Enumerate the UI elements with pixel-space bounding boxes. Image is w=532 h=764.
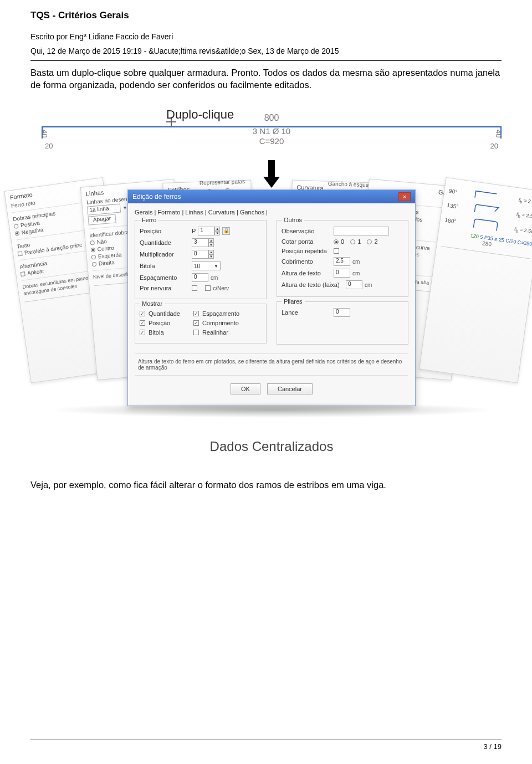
dim-20-left: 20: [45, 142, 53, 150]
spin-down-icon[interactable]: ▼: [208, 243, 214, 247]
spin-up-icon[interactable]: ▲: [208, 250, 214, 254]
input-cobrimento[interactable]: 2.5: [334, 257, 350, 266]
input-quantidade[interactable]: 3: [192, 238, 208, 247]
figure-top-label: Duplo-clique: [166, 107, 234, 122]
spin-down-icon[interactable]: ▼: [214, 231, 220, 235]
label-cobrimento: Cobrimento: [282, 258, 330, 265]
checkbox-posicao-repetida[interactable]: [334, 248, 339, 254]
page-title: TQS - Critérios Gerais: [30, 10, 502, 21]
angle-90: 90°: [449, 188, 458, 195]
input-lance[interactable]: 0: [334, 308, 350, 317]
beam-span: 800: [264, 113, 279, 123]
input-posicao[interactable]: 1: [198, 227, 214, 235]
cancel-button[interactable]: Cancelar: [267, 383, 313, 394]
dialog-edicao-ferros: Edição de ferros × Gerais | Formato | Li…: [127, 189, 416, 406]
lock-icon[interactable]: 🔒: [222, 227, 230, 235]
fieldset-outros: Outros Observação Cotar ponta 0 1: [277, 220, 408, 297]
radio-cotar-2[interactable]: [367, 239, 372, 244]
dim-20-right: 20: [490, 142, 498, 150]
checkbox-mostrar-bitola[interactable]: [140, 330, 145, 335]
input-altura-faixa[interactable]: 0: [346, 280, 362, 289]
checkbox-mostrar-realinhar[interactable]: [193, 330, 199, 335]
dialog-tabs[interactable]: Gerais | Formato | Linhas | Curvatura | …: [135, 209, 408, 216]
page-footer: 3 / 19: [30, 740, 502, 751]
paragraph-1: Basta um duplo-clique sobre qualquer arm…: [30, 66, 502, 91]
author-line: Escrito por Engª Lidiane Faccio de Faver…: [30, 31, 502, 42]
checkbox-mostrar-quantidade[interactable]: [140, 311, 145, 316]
input-altura-texto[interactable]: 0: [334, 269, 350, 278]
checkbox-mostrar-espacamento[interactable]: [193, 311, 199, 316]
radio-cotar-1[interactable]: [350, 239, 355, 244]
checkbox-mostrar-comprimento[interactable]: [193, 320, 199, 326]
label-espacamento: Espaçamento: [140, 274, 188, 281]
label-multiplicador: Multiplicador: [140, 251, 188, 258]
angle-180: 180°: [444, 217, 457, 224]
label-lance: Lance: [282, 309, 330, 316]
checkbox-cnerv[interactable]: [205, 285, 211, 291]
input-observacao[interactable]: [334, 227, 389, 235]
label-posicao-repetida: Posição repetida: [282, 248, 330, 254]
down-arrow-icon: [263, 160, 280, 188]
dialog-help-text: Altura de texto do ferro em cm plotados,…: [135, 353, 408, 376]
angle-135: 135°: [447, 202, 459, 209]
select-bitola[interactable]: 10▼: [192, 261, 221, 270]
label-quantidade: Quantidade: [140, 239, 188, 246]
label-cotar-ponta: Cotar ponta: [282, 238, 330, 245]
label-por-nervura: Por nervura: [140, 285, 188, 291]
label-posicao: Posição: [140, 228, 188, 234]
radio-cotar-0[interactable]: [334, 239, 339, 244]
beam-bar-label: 3 N1 Ø 10 C=920: [253, 126, 290, 146]
spin-down-icon[interactable]: ▼: [208, 254, 214, 259]
label-altura-faixa: Altura de texto (faixa): [282, 281, 342, 288]
label-bitola: Bitola: [140, 263, 188, 269]
dim-40-left: 40: [40, 130, 49, 137]
paragraph-2: Veja, por exemplo, como fica fácil alter…: [30, 479, 502, 491]
ok-button[interactable]: OK: [231, 383, 260, 394]
figure-shadow: [47, 402, 496, 418]
close-button[interactable]: ×: [398, 192, 411, 201]
fieldset-ferro: Ferro Posição P 1▲▼ 🔒 Quantidade: [135, 220, 267, 299]
input-multiplicador[interactable]: 0: [192, 250, 208, 259]
label-observacao: Observação: [282, 228, 330, 234]
figure-caption: Dados Centralizados: [210, 439, 334, 454]
page-number: 3 / 19: [30, 742, 502, 751]
dialog-title-text: Edição de ferros: [132, 193, 181, 201]
beam-diagram: 800 3 N1 Ø 10 C=920 40 40 20 20: [42, 113, 502, 157]
dim-40-right: 40: [494, 130, 503, 137]
fieldset-mostrar: Mostrar Quantidade Posição Bitola Espaça…: [135, 304, 267, 343]
spin-up-icon[interactable]: ▲: [214, 227, 220, 231]
input-espacamento[interactable]: 0: [192, 273, 208, 282]
header-divider: [30, 60, 502, 61]
checkbox-por-nervura[interactable]: [192, 285, 197, 291]
figure: 800 3 N1 Ø 10 C=920 40 40 20 20 Duplo-cl…: [30, 107, 513, 451]
checkbox-mostrar-posicao[interactable]: [140, 320, 145, 326]
spin-up-icon[interactable]: ▲: [208, 238, 214, 243]
dialog-titlebar: Edição de ferros ×: [128, 190, 415, 203]
label-altura-texto: Altura de texto: [282, 270, 330, 276]
date-line: Qui, 12 de Março de 2015 19:19 - &Uacute…: [30, 45, 502, 57]
fieldset-pilares: Pilares Lance 0: [277, 301, 408, 345]
